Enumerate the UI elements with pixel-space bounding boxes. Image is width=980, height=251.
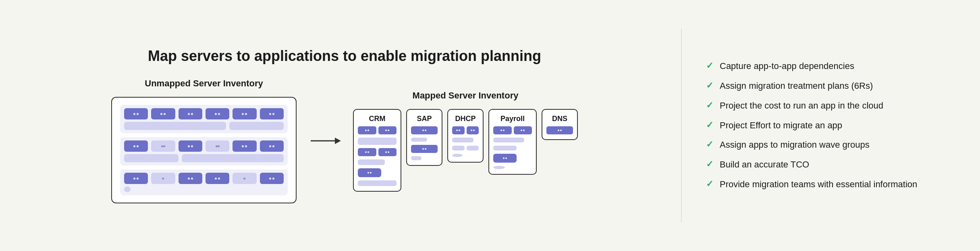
server-group-2: [120, 137, 288, 165]
server-group-3: [120, 169, 288, 195]
app-box-dns: DNS: [542, 109, 578, 140]
check-icon-0: ✓: [706, 61, 713, 71]
check-icon-4: ✓: [706, 139, 713, 150]
page-title: Map servers to applications to enable mi…: [148, 48, 541, 65]
mapped-boxes: CRM: [353, 109, 578, 192]
right-section: ✓ Capture app-to-app dependencies ✓ Assi…: [698, 60, 956, 191]
check-icon-1: ✓: [706, 80, 713, 91]
payroll-title: Payroll: [493, 115, 532, 123]
checklist-item-3: ✓ Project Effort to migrate an app: [706, 119, 956, 132]
checklist-text-1: Assign migration treatment plans (6Rs): [720, 80, 873, 92]
unmapped-box: [111, 97, 297, 203]
checklist-text-4: Assign apps to migration wave groups: [720, 139, 870, 151]
dns-title: DNS: [546, 115, 573, 123]
checklist-item-5: ✓ Build an accurate TCO: [706, 159, 956, 171]
arrow: [309, 133, 341, 149]
checklist-text-3: Project Effort to migrate an app: [720, 119, 842, 132]
app-box-crm: CRM: [353, 109, 401, 192]
diagram-row: Unmapped Server Inventory: [24, 78, 665, 203]
divider: [681, 29, 682, 222]
svg-marker-1: [335, 138, 341, 144]
mapped-label: Mapped Server Inventory: [413, 90, 519, 101]
unmapped-label: Unmapped Server Inventory: [145, 78, 263, 89]
crm-title: CRM: [358, 115, 397, 123]
main-container: Map servers to applications to enable mi…: [0, 0, 980, 251]
app-box-payroll: Payroll: [488, 109, 537, 175]
check-icon-2: ✓: [706, 100, 713, 111]
app-box-sap: SAP: [406, 109, 442, 166]
checklist-text-0: Capture app-to-app dependencies: [720, 60, 854, 73]
checklist-item-6: ✓ Provide migration teams with essential…: [706, 178, 956, 191]
sap-title: SAP: [411, 115, 438, 123]
checklist-text-2: Project the cost to run an app in the cl…: [720, 100, 883, 112]
app-box-dhcp: DHCP: [447, 109, 484, 163]
dhcp-title: DHCP: [452, 115, 479, 123]
check-icon-6: ✓: [706, 179, 713, 189]
check-icon-5: ✓: [706, 159, 713, 169]
left-section: Map servers to applications to enable mi…: [24, 48, 665, 203]
checklist-item-2: ✓ Project the cost to run an app in the …: [706, 100, 956, 112]
server-group-1: [120, 105, 288, 133]
checklist-item-1: ✓ Assign migration treatment plans (6Rs): [706, 80, 956, 92]
check-icon-3: ✓: [706, 120, 713, 130]
checklist-text-6: Provide migration teams with essential i…: [720, 178, 917, 191]
checklist-text-5: Build an accurate TCO: [720, 159, 809, 171]
checklist-item-4: ✓ Assign apps to migration wave groups: [706, 139, 956, 151]
checklist-item-0: ✓ Capture app-to-app dependencies: [706, 60, 956, 73]
